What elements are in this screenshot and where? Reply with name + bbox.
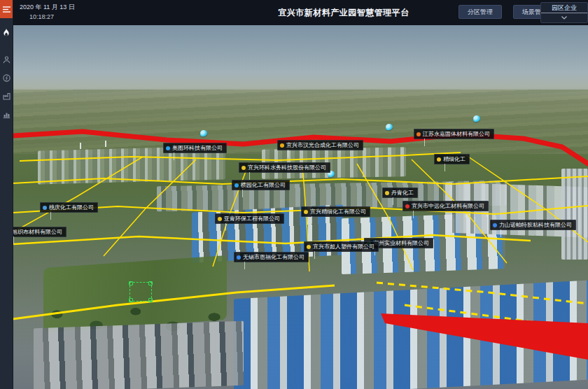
top-bar: 2020 年 11 月 13 日 10:18:27 宜兴市新材料产业园智慧管理平… (13, 0, 588, 25)
company-marker-icon (166, 146, 170, 150)
company-label[interactable]: 桃庆化工有限公司 (40, 202, 98, 213)
sidebar (0, 0, 13, 389)
company-label-text: 横园化工有限公司 (241, 181, 286, 190)
company-label-text: 力山诺帕特胶粘科技有限公司 (499, 220, 572, 229)
app-window: 2020 年 11 月 13 日 10:18:27 宜兴市新材料产业园智慧管理平… (0, 0, 588, 389)
company-label[interactable]: 横园化工有限公司 (232, 180, 290, 190)
company-label[interactable]: 宜兴市超人塑件有限公司 (304, 241, 379, 252)
company-label-text: 宜兴市超人塑件有限公司 (313, 242, 374, 251)
person-icon (3, 56, 10, 64)
bar-chart-icon (3, 111, 10, 118)
company-marker-icon (304, 210, 308, 214)
company-marker-icon (43, 206, 47, 210)
company-label-text: 宜兴市汉光合成化工有限公司 (286, 141, 359, 150)
company-label[interactable]: 精细化工 (434, 154, 470, 164)
company-label-text: 奥图环科技有限公司 (172, 143, 223, 153)
company-label[interactable]: 奥图环科技有限公司 (163, 143, 227, 153)
company-label[interactable]: 无锡市恩福化工有限公司 (234, 252, 309, 262)
company-labels-layer: 奥图环科技有限公司宜兴市汉光合成化工有限公司宜兴环科水务科技股份有限公司横园化工… (13, 25, 588, 389)
factory-icon (3, 92, 10, 100)
page-title: 宜兴市新材料产业园智慧管理平台 (278, 7, 410, 19)
company-label-text: 宜兴市中远化工材料有限公司 (412, 201, 484, 211)
chevron-down-icon (541, 13, 587, 22)
company-label-text: 丹青化工 (391, 188, 414, 197)
sidebar-item-stats[interactable] (0, 105, 13, 123)
dropdown-label: 园区企业 (541, 3, 587, 13)
company-label-text: 宜兴精细化工有限公司 (310, 207, 366, 216)
company-label[interactable]: 亚青环保工程有限公司 (215, 213, 284, 224)
sidebar-item-power[interactable] (0, 69, 13, 87)
company-label-text: 亚青环保工程有限公司 (224, 214, 280, 223)
company-marker-icon (218, 217, 222, 221)
company-label[interactable]: 力山诺帕特胶粘科技有限公司 (490, 220, 576, 230)
map-3d-view[interactable]: 奥图环科技有限公司宜兴市汉光合成化工有限公司宜兴环科水务科技股份有限公司横园化工… (13, 25, 588, 389)
company-label-text: 江苏永嘉固体材料有限公司 (423, 129, 490, 139)
company-marker-icon (416, 132, 421, 136)
sidebar-item-factory[interactable] (0, 87, 13, 105)
company-marker-icon (307, 245, 311, 249)
zone-manage-button[interactable]: 分区管理 (458, 5, 502, 19)
company-marker-icon (241, 166, 246, 170)
company-label[interactable]: 宜兴市中远化工材料有限公司 (402, 201, 489, 211)
hamburger-menu-button[interactable] (0, 0, 13, 18)
company-marker-icon (437, 157, 441, 162)
gauge-icon (3, 74, 10, 82)
company-label-text: 潮州实业材料有限公司 (373, 239, 429, 248)
date-label: 2020 年 11 月 13 日 (20, 3, 75, 11)
company-marker-icon (237, 255, 241, 260)
company-label[interactable]: 宜兴环科水务科技股份有限公司 (239, 162, 330, 173)
company-label-text: 桃庆化工有限公司 (49, 203, 94, 212)
company-label[interactable]: 旭织布材料有限公司 (13, 227, 66, 237)
flame-icon (3, 29, 10, 37)
park-enterprise-dropdown[interactable]: 园区企业 (540, 2, 588, 23)
company-marker-icon (385, 191, 389, 195)
time-label: 10:18:27 (29, 13, 54, 20)
company-marker-icon (234, 183, 239, 188)
company-marker-icon (405, 204, 410, 208)
company-label-text: 宜兴环科水务科技股份有限公司 (248, 163, 326, 172)
company-marker-icon (493, 223, 497, 227)
company-marker-icon (280, 143, 284, 148)
company-label-text: 无锡市恩福化工有限公司 (243, 253, 304, 262)
sidebar-item-fire[interactable] (0, 24, 13, 42)
company-label-text: 旭织布材料有限公司 (13, 227, 62, 236)
company-label[interactable]: 宜兴精细化工有限公司 (301, 206, 370, 217)
company-label-text: 精细化工 (443, 155, 465, 164)
company-label[interactable]: 宜兴市汉光合成化工有限公司 (277, 140, 363, 150)
company-label[interactable]: 丹青化工 (382, 188, 418, 198)
sidebar-item-person[interactable] (0, 50, 13, 69)
hamburger-icon (3, 6, 10, 13)
company-label[interactable]: 江苏永嘉固体材料有限公司 (414, 129, 494, 139)
